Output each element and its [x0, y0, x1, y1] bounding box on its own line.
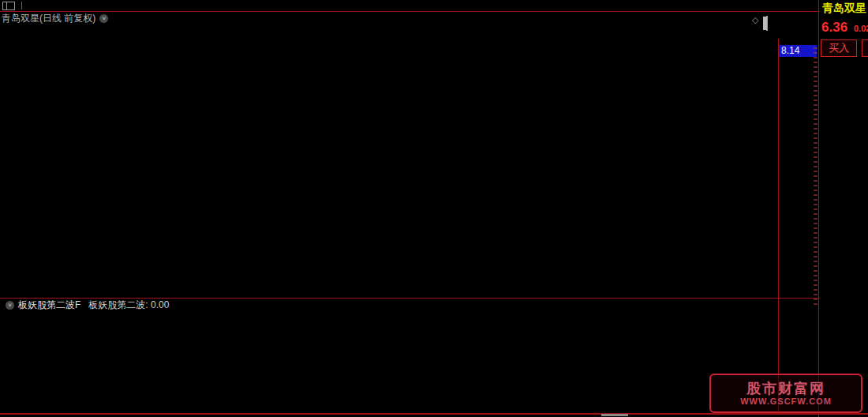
- daily-quote-row: [2, 24, 780, 38]
- buy-button[interactable]: 买入: [821, 39, 857, 57]
- right-sidebar: 青岛双星 6.36 0.02 买入: [818, 0, 868, 417]
- scrollbar-thumb[interactable]: [601, 414, 628, 416]
- collapse-chevron-icon[interactable]: ˅: [99, 14, 108, 23]
- sell-button-clipped[interactable]: [862, 39, 868, 57]
- candlestick-chart[interactable]: [0, 39, 778, 299]
- top-menubar: [0, 0, 868, 11]
- bottom-border-line: [0, 413, 868, 415]
- highlighted-price-label: 8.14: [779, 45, 817, 57]
- watermark-title: 股市财富网: [714, 381, 858, 396]
- watermark-box: 股市财富网 WWW.GSCFW.COM: [709, 374, 862, 413]
- chart-title: 青岛双星(日线 前复权): [2, 12, 95, 25]
- watermark-url: WWW.GSCFW.COM: [714, 396, 858, 406]
- divider: [21, 2, 22, 9]
- indicator-chart[interactable]: [0, 308, 778, 413]
- sidebar-price: 6.36: [821, 20, 847, 36]
- price-axis: 8.14: [778, 39, 818, 413]
- layout-icon[interactable]: [2, 2, 15, 10]
- axis-text-strip: [814, 47, 817, 308]
- sidebar-stock-name[interactable]: 青岛双星: [822, 2, 866, 16]
- stock-app-window: 青岛双星(日线 前复权) ˅ ◇ ˅ 板妖股第二波F 板妖股第二波: 0.00 …: [0, 0, 868, 417]
- chart-info-row1: 青岛双星(日线 前复权) ˅: [0, 12, 778, 24]
- sidebar-change: 0.02: [854, 24, 868, 33]
- axis-border-line: [778, 39, 779, 413]
